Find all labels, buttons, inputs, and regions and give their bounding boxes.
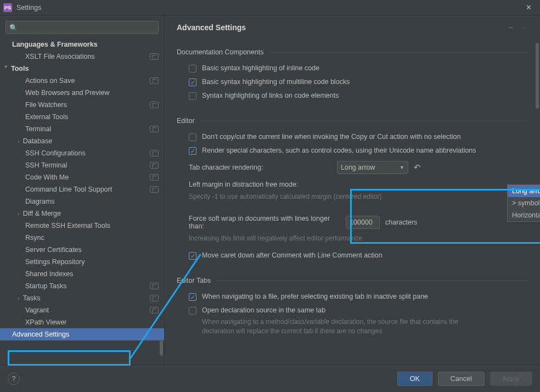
sidebar-scrollbar[interactable] bbox=[160, 339, 163, 356]
label-wrap-post: characters bbox=[385, 219, 528, 226]
sidebar-item-label: Vagrant bbox=[25, 306, 49, 314]
sidebar-item[interactable]: Startup Tasks bbox=[0, 280, 164, 292]
sidebar-item-label: Command Line Tool Support bbox=[25, 186, 112, 193]
sidebar-item[interactable]: Actions on Save bbox=[0, 75, 164, 87]
sidebar-item-label: XSLT File Associations bbox=[25, 53, 95, 60]
project-badge-icon bbox=[150, 77, 159, 84]
sidebar-item-label: Rsync bbox=[25, 234, 44, 242]
sidebar-item[interactable]: Terminal bbox=[0, 123, 164, 135]
project-badge-icon bbox=[150, 53, 159, 60]
checkbox-caret[interactable] bbox=[189, 252, 196, 260]
dropdown-tabchar[interactable]: Long arrow ▼ bbox=[337, 161, 408, 174]
sidebar-item[interactable]: Code With Me bbox=[0, 171, 164, 183]
checkbox-prefer-tab[interactable] bbox=[189, 293, 196, 301]
sidebar-item[interactable]: Tasks bbox=[0, 292, 164, 304]
title-bar: PS Settings ✕ bbox=[0, 0, 540, 15]
label-caret: Move caret down after Comment with Line … bbox=[202, 251, 383, 259]
sidebar-item[interactable]: Diagrams bbox=[0, 195, 164, 208]
checkbox-copycut[interactable] bbox=[189, 133, 196, 141]
dropdown-menu-tabchar: Long arrow> symbolHorizontal line bbox=[507, 184, 540, 222]
sidebar-item[interactable]: External Tools bbox=[0, 111, 164, 123]
label-multiline-code: Basic syntax highlighting of multiline c… bbox=[202, 78, 350, 86]
content-scrollbar[interactable] bbox=[536, 43, 539, 109]
sidebar-item[interactable]: Remote SSH External Tools bbox=[0, 220, 164, 232]
project-badge-icon bbox=[150, 126, 159, 132]
project-badge-icon bbox=[150, 162, 159, 169]
sidebar-item[interactable]: Command Line Tool Support bbox=[0, 183, 164, 195]
sidebar-item-label: Terminal bbox=[25, 125, 51, 133]
sidebar-item[interactable]: Vagrant bbox=[0, 304, 164, 316]
checkbox-open-decl[interactable] bbox=[189, 307, 196, 315]
hint-open-decl: When navigating to a method/class/variab… bbox=[177, 317, 462, 336]
nav-back-icon[interactable]: ← bbox=[508, 24, 515, 31]
sidebar: 🔍 Languages & FrameworksXSLT File Associ… bbox=[0, 15, 165, 365]
nav-forward-icon[interactable]: → bbox=[521, 24, 528, 31]
sidebar-cat-tools[interactable]: Tools bbox=[0, 63, 164, 75]
content-pane: Advanced Settings ← → Documentation Comp… bbox=[165, 15, 540, 365]
section-tabs-title: Editor Tabs bbox=[177, 277, 528, 284]
checkbox-links-code[interactable] bbox=[189, 92, 196, 100]
checkbox-render-special[interactable] bbox=[189, 147, 196, 155]
sidebar-item[interactable]: Diff & Merge bbox=[0, 208, 164, 220]
sidebar-item[interactable]: XPath Viewer bbox=[0, 316, 164, 328]
project-badge-icon bbox=[150, 307, 159, 313]
label-tabchar: Tab character rendering: bbox=[189, 164, 331, 171]
dropdown-tabchar-value: Long arrow bbox=[341, 164, 375, 171]
checkbox-multiline-code[interactable] bbox=[189, 79, 196, 86]
sidebar-item-label: Diagrams bbox=[25, 198, 55, 205]
sidebar-item[interactable]: Web Browsers and Preview bbox=[0, 87, 164, 99]
label-open-decl: Open declaration source in the same tab bbox=[202, 306, 325, 314]
sidebar-item[interactable]: SSH Configurations bbox=[0, 147, 164, 159]
project-badge-icon bbox=[150, 102, 159, 108]
project-badge-icon bbox=[150, 186, 159, 193]
search-icon: 🔍 bbox=[9, 24, 18, 32]
sidebar-item-label: SSH Configurations bbox=[25, 149, 86, 157]
sidebar-item-label: Startup Tasks bbox=[25, 282, 67, 290]
sidebar-item[interactable]: XSLT File Associations bbox=[0, 51, 164, 63]
sidebar-item[interactable]: Database bbox=[0, 135, 164, 147]
sidebar-tree[interactable]: Languages & FrameworksXSLT File Associat… bbox=[0, 38, 164, 365]
sidebar-item-advanced-settings[interactable]: Advanced Settings bbox=[0, 328, 164, 340]
page-title: Advanced Settings bbox=[177, 23, 246, 32]
footer: ? OK Cancel Apply bbox=[0, 365, 540, 392]
sidebar-item-label: Diff & Merge bbox=[23, 210, 61, 217]
sidebar-item[interactable]: File Watchers bbox=[0, 99, 164, 111]
label-copycut: Don't copy/cut the current line when inv… bbox=[202, 133, 460, 141]
label-inline-code: Basic syntax highlighting of inline code bbox=[202, 64, 319, 72]
window-title: Settings bbox=[16, 4, 520, 12]
sidebar-item-label: Server Certificates bbox=[25, 246, 82, 254]
sidebar-item-label: Code With Me bbox=[25, 173, 69, 181]
label-render-special: Render special characters, such as contr… bbox=[202, 147, 476, 154]
close-icon[interactable]: ✕ bbox=[520, 3, 537, 12]
project-badge-icon bbox=[150, 174, 159, 181]
cancel-button[interactable]: Cancel bbox=[438, 372, 485, 386]
sidebar-item-label: SSH Terminal bbox=[25, 161, 67, 169]
dropdown-option[interactable]: Long arrow bbox=[508, 185, 540, 197]
sidebar-item[interactable]: Rsync bbox=[0, 232, 164, 244]
sidebar-item[interactable]: Server Certificates bbox=[0, 244, 164, 256]
section-editor-title: Editor bbox=[177, 117, 528, 125]
project-badge-icon bbox=[150, 283, 159, 289]
sidebar-item-label: Remote SSH External Tools bbox=[25, 222, 110, 229]
checkbox-inline-code[interactable] bbox=[189, 65, 196, 72]
help-button[interactable]: ? bbox=[8, 373, 20, 385]
project-badge-icon bbox=[150, 150, 159, 156]
sidebar-item[interactable]: SSH Terminal bbox=[0, 159, 164, 171]
sidebar-item-label: File Watchers bbox=[25, 101, 67, 109]
dropdown-option[interactable]: Horizontal line bbox=[508, 209, 540, 221]
revert-icon[interactable]: ↶ bbox=[414, 163, 421, 172]
input-wrap-limit[interactable]: 100000 bbox=[346, 216, 380, 229]
app-icon: PS bbox=[3, 3, 12, 12]
dropdown-option[interactable]: > symbol bbox=[508, 197, 540, 209]
sidebar-item-label: Web Browsers and Preview bbox=[25, 89, 109, 97]
sidebar-cat-lang[interactable]: Languages & Frameworks bbox=[0, 38, 164, 51]
sidebar-item[interactable]: Settings Repository bbox=[0, 256, 164, 268]
hint-wrap: Increasing this limit will negatively af… bbox=[177, 233, 528, 243]
sidebar-item[interactable]: Shared Indexes bbox=[0, 268, 164, 280]
sidebar-item-label: Shared Indexes bbox=[25, 270, 74, 278]
apply-button[interactable]: Apply bbox=[490, 372, 532, 386]
search-input[interactable]: 🔍 bbox=[5, 21, 159, 34]
section-doc-title: Documentation Components bbox=[177, 48, 528, 56]
ok-button[interactable]: OK bbox=[397, 372, 432, 386]
label-leftmargin: Left margin in distraction free mode: bbox=[189, 181, 331, 188]
